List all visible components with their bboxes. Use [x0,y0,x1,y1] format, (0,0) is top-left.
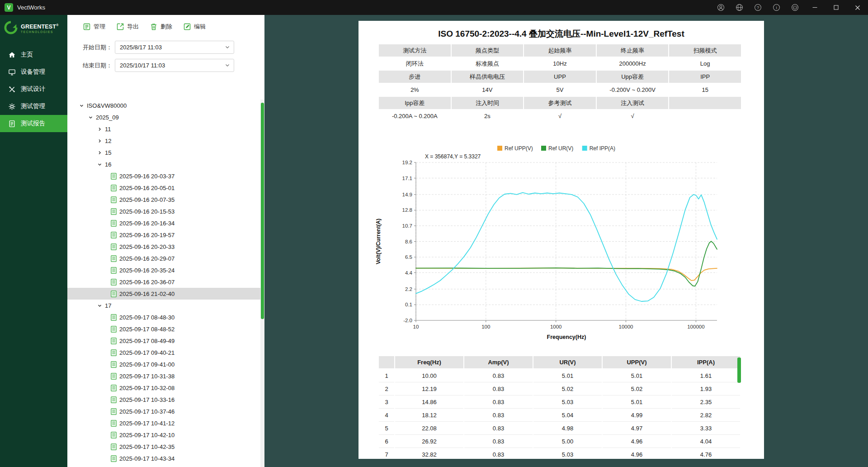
tree-leaf[interactable]: 2025-09-16 20-29-07 [67,253,260,264]
chevron-right-icon[interactable] [97,150,102,155]
tree-branch[interactable]: 11 [67,123,260,135]
table-header-cell: IPP(A) [672,356,740,368]
sidebar-item-test-design[interactable]: 测试设计 [0,81,67,98]
tree-leaf[interactable]: 2025-09-17 10-37-46 [67,405,260,417]
tree-leaf[interactable]: 2025-09-16 20-36-07 [67,276,260,288]
table-row[interactable]: 522.080.834.984.973.33 [379,422,740,435]
tree-leaf[interactable]: 2025-09-17 08-48-30 [67,311,260,323]
table-row[interactable]: 418.120.835.044.992.82 [379,409,740,422]
tree-leaf[interactable]: 2025-09-16 20-19-57 [67,229,260,241]
power-icon[interactable] [786,0,804,15]
chevron-right-icon[interactable] [97,138,102,143]
document-icon [111,220,117,227]
svg-text:4.4: 4.4 [405,270,413,276]
svg-text:Ref IPP(A): Ref IPP(A) [590,145,615,152]
tree-leaf[interactable]: 2025-09-16 20-03-37 [67,170,260,182]
tree-leaf-label: 2025-09-17 10-31-38 [119,373,175,380]
design-icon [8,86,16,93]
help-icon[interactable]: ? [749,0,767,15]
tree-leaf[interactable]: 2025-09-17 08-49-49 [67,335,260,347]
edit-icon [183,23,191,31]
chevron-right-icon[interactable] [97,127,102,132]
tree-leaf[interactable]: 2025-09-17 10-43-34 [67,453,260,464]
tree-leaf[interactable]: 2025-09-17 10-41-12 [67,417,260,429]
table-cell: 5.03 [533,396,602,409]
tree-branch[interactable]: 2025_09 [67,111,260,123]
user-icon[interactable] [712,0,730,15]
tree-leaf[interactable]: 2025-09-17 09-40-21 [67,347,260,358]
table-header-cell: Freq(Hz) [395,356,463,368]
manage-button[interactable]: 管理 [83,23,105,31]
info-icon[interactable]: i [767,0,786,15]
sidebar-item-test-management[interactable]: 测试管理 [0,98,67,115]
document-icon [111,185,117,191]
tree-leaf[interactable]: 2025-09-16 20-35-24 [67,264,260,276]
tree-branch[interactable]: 12 [67,135,260,147]
param-value-cell: √ [524,110,596,122]
tree-leaf[interactable]: 2025-09-16 20-05-01 [67,182,260,194]
table-row[interactable]: 314.860.835.035.012.35 [379,396,740,409]
document-icon [111,255,117,262]
delete-button[interactable]: 删除 [150,23,172,31]
tree-branch[interactable]: 17 [67,300,260,311]
tree-branch[interactable]: ISO&VW80000 [67,100,260,111]
chevron-down-icon[interactable] [97,303,102,308]
table-cell: 4.04 [672,435,740,448]
report-icon [8,120,16,128]
table-row[interactable]: 626.920.835.004.964.04 [379,435,740,448]
param-value-row: 闭环法标准频点10Hz200000HzLog [379,57,741,70]
export-button[interactable]: 导出 [116,23,139,31]
tree-leaf-label: 2025-09-17 10-37-46 [119,408,175,415]
tree-leaf[interactable]: 2025-09-17 10-31-38 [67,370,260,382]
start-date-select[interactable]: 2025/8/17 11:03 [115,41,234,54]
tree-leaf[interactable]: 2025-09-17 10-32-08 [67,382,260,394]
table-cell: 4.97 [603,422,671,435]
table-scrollbar-thumb[interactable] [737,357,741,383]
tree-leaf[interactable] [67,464,260,467]
sidebar-item-device-management[interactable]: 设备管理 [0,63,67,81]
tree-leaf[interactable]: 2025-09-17 08-48-52 [67,323,260,335]
svg-text:1000: 1000 [550,324,562,329]
close-button[interactable] [847,0,868,15]
tree-leaf[interactable]: 2025-09-16 20-07-35 [67,194,260,205]
tree-leaf[interactable]: 2025-09-16 21-02-40 [67,288,260,300]
tree-leaf[interactable]: 2025-09-17 10-42-35 [67,441,260,453]
svg-text:-2.0: -2.0 [403,318,412,323]
chevron-down-icon[interactable] [88,115,93,120]
table-cell: 4.99 [603,409,671,422]
tree-leaf[interactable]: 2025-09-16 20-16-34 [67,217,260,229]
tree-leaf-label: 2025-09-16 20-29-07 [119,255,175,262]
edit-button[interactable]: 编辑 [183,23,206,31]
minimize-button[interactable] [804,0,826,15]
tree-scrollbar-thumb[interactable] [261,103,264,319]
tree-leaf[interactable]: 2025-09-17 10-33-16 [67,394,260,405]
table-row[interactable]: 732.820.835.034.964.76 [379,448,740,459]
param-value-cell: 标准频点 [452,57,524,70]
tree-branch[interactable]: 15 [67,147,260,158]
tree-leaf-label: 2025-09-17 10-41-12 [119,420,175,427]
tree-leaf[interactable]: 2025-09-17 09-41-00 [67,358,260,370]
tree-leaf[interactable]: 2025-09-16 20-15-53 [67,205,260,217]
tree-leaf-label: 2025-09-17 08-48-52 [119,326,175,333]
table-row[interactable]: 212.190.835.025.021.93 [379,382,740,396]
table-row-index: 3 [379,396,394,409]
brand-subtitle: TECHNOLOGIES [21,30,59,33]
greentest-logo-icon [4,21,18,36]
table-row[interactable]: 110.000.835.015.011.61 [379,369,740,382]
chevron-down-icon[interactable] [97,162,102,167]
tree-branch[interactable]: 16 [67,158,260,170]
maximize-button[interactable] [826,0,847,15]
chevron-down-icon[interactable] [79,103,84,108]
table-cell: 5.02 [533,382,602,396]
end-date-select[interactable]: 2025/10/17 11:03 [115,59,234,72]
sidebar-item-home[interactable]: 主页 [0,46,67,63]
tree-leaf[interactable]: 2025-09-17 10-42-10 [67,429,260,441]
sidebar-item-test-report[interactable]: 测试报告 [0,115,67,132]
document-icon [111,455,117,462]
globe-icon[interactable] [730,0,749,15]
tree-leaf[interactable]: 2025-09-16 20-20-33 [67,241,260,253]
param-value-cell: 10Hz [524,57,596,70]
table-row-index: 2 [379,382,394,396]
tree-scrollbar[interactable] [260,100,264,467]
svg-text:17.1: 17.1 [402,176,412,181]
